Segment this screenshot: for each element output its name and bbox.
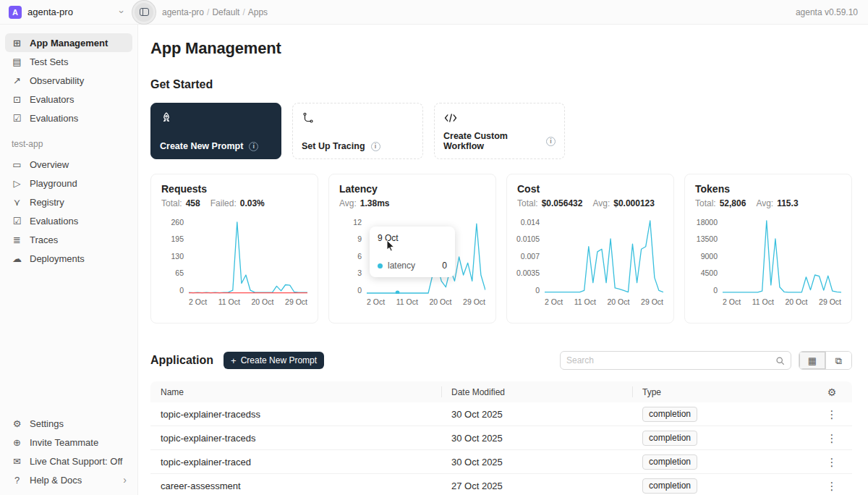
- x-axis-tick: 20 Oct: [252, 297, 274, 306]
- breadcrumb-item[interactable]: Default: [212, 7, 239, 17]
- x-axis-tick: 11 Oct: [218, 297, 240, 306]
- sidebar-item-observability[interactable]: ↗Observability: [5, 71, 132, 90]
- sidebar-item-traces[interactable]: ≣Traces: [5, 230, 132, 249]
- create-button-label: Create New Prompt: [241, 355, 317, 365]
- app-type-cell: completion: [632, 478, 812, 494]
- workspace-avatar: A: [9, 6, 22, 19]
- table-row[interactable]: topic-explainer-traceds30 Oct 2025comple…: [150, 426, 852, 450]
- metric-stat: Failed:0.03%: [210, 198, 265, 208]
- sidebar-toggle-button[interactable]: [140, 8, 149, 16]
- sidebar-item-invite-teammate[interactable]: ⊕Invite Teammate: [5, 433, 132, 452]
- sidebar-item-evaluations[interactable]: ☑Evaluations: [5, 211, 132, 230]
- sidebar-item-help-docs[interactable]: ?Help & Docs›: [5, 470, 132, 489]
- search-icon[interactable]: [775, 356, 785, 365]
- sidebar-item-evaluations[interactable]: ☑Evaluations: [5, 109, 132, 127]
- get-started-card-create-custom-workflow[interactable]: Create Custom Workflowi: [434, 103, 565, 159]
- chart-plot[interactable]: [723, 219, 841, 294]
- x-axis-tick: 2 Oct: [545, 297, 563, 306]
- chart-plot[interactable]: [545, 219, 663, 294]
- breadcrumb-item[interactable]: agenta-pro: [162, 7, 204, 17]
- create-new-prompt-button[interactable]: + Create New Prompt: [224, 352, 324, 369]
- card-view-button[interactable]: ⧉: [825, 352, 851, 369]
- get-started-cards: Create New PromptiSet Up TracingiCreate …: [150, 103, 852, 159]
- search-input[interactable]: [566, 355, 775, 365]
- metric-stat: Avg:$0.000123: [592, 198, 655, 208]
- sidebar-footer-nav: ⚙Settings⊕Invite Teammate✉Live Chat Supp…: [5, 414, 132, 489]
- row-menu-button[interactable]: ⋮: [822, 457, 842, 468]
- table-row[interactable]: topic-explainer-tracedss30 Oct 2025compl…: [150, 402, 852, 426]
- sidebar-item-playground[interactable]: ▷Playground: [5, 174, 132, 192]
- metric-title: Tokens: [695, 183, 841, 195]
- y-axis-tick: 260: [171, 219, 184, 227]
- deployments-icon: ☁: [11, 254, 23, 263]
- column-header-date-modified[interactable]: Date Modified: [441, 381, 632, 402]
- metric-title: Latency: [339, 183, 485, 195]
- table-settings-icon[interactable]: ⚙: [827, 387, 837, 397]
- sidebar-item-registry[interactable]: ⋎Registry: [5, 192, 132, 211]
- get-started-card-set-up-tracing[interactable]: Set Up Tracingi: [292, 103, 423, 159]
- sidebar-item-overview[interactable]: ▭Overview: [5, 155, 132, 174]
- sidebar-item-test-sets[interactable]: ▤Test Sets: [5, 52, 132, 71]
- row-menu-button[interactable]: ⋮: [822, 409, 842, 420]
- metric-stats: Total:52,806Avg:115.3: [695, 198, 841, 208]
- table-row[interactable]: topic-explainer-traced30 Oct 2025complet…: [150, 450, 852, 474]
- sidebar-item-deployments[interactable]: ☁Deployments: [5, 249, 132, 268]
- breadcrumb-item[interactable]: Apps: [248, 7, 268, 17]
- get-started-card-label: Set Up Tracing: [302, 141, 365, 151]
- column-header-name[interactable]: Name: [150, 387, 441, 397]
- get-started-card-label-row: Set Up Tracingi: [302, 141, 414, 151]
- sidebar-item-app-management[interactable]: ⊞App Management: [5, 33, 132, 52]
- x-axis-tick: 11 Oct: [752, 297, 774, 306]
- y-axis-labels: 1800013500900045000: [695, 219, 723, 294]
- info-icon[interactable]: i: [371, 142, 380, 151]
- y-axis-tick: 0: [535, 287, 540, 295]
- stat-value: 115.3: [777, 198, 798, 208]
- row-actions-cell: ⋮: [812, 457, 852, 468]
- breadcrumb-separator: /: [242, 7, 244, 17]
- metric-title: Requests: [161, 183, 307, 195]
- tooltip-series-dot: [378, 263, 383, 268]
- app-date-modified: 27 Oct 2025: [441, 481, 632, 491]
- chevron-right-icon: ›: [123, 475, 127, 485]
- table-header: Name Date Modified Type ⚙: [150, 381, 852, 402]
- row-menu-button[interactable]: ⋮: [822, 481, 842, 491]
- evaluations-icon: ☑: [11, 114, 23, 123]
- row-menu-button[interactable]: ⋮: [822, 433, 842, 444]
- sidebar-item-evaluators[interactable]: ⊡Evaluators: [5, 90, 132, 109]
- stat-label: Total:: [517, 198, 538, 208]
- info-icon[interactable]: i: [546, 137, 556, 146]
- y-axis-tick: 4500: [701, 269, 718, 277]
- y-axis-tick: 9: [357, 235, 362, 243]
- chart-plot[interactable]: [189, 219, 307, 294]
- get-started-card-create-new-prompt[interactable]: Create New Prompti: [150, 103, 281, 159]
- stat-value: 52,806: [720, 198, 746, 208]
- app-type-cell: completion: [632, 431, 812, 446]
- table-view-button[interactable]: ▦: [799, 352, 825, 369]
- y-axis-labels: 129630: [339, 219, 367, 294]
- rocket-icon: [160, 111, 272, 125]
- sidebar-item-label: Registry: [30, 197, 64, 208]
- y-axis-tick: 195: [171, 235, 184, 243]
- app-management-icon: ⊞: [11, 38, 23, 48]
- app-type-badge: completion: [642, 407, 697, 422]
- info-icon[interactable]: i: [249, 142, 258, 151]
- table-row[interactable]: career-assessment27 Oct 2025completion⋮: [150, 474, 852, 495]
- stat-label: Avg:: [592, 198, 610, 208]
- tracing-icon: [302, 111, 414, 125]
- column-header-type[interactable]: Type: [632, 381, 812, 402]
- sidebar-item-label: Observability: [30, 75, 84, 86]
- evaluators-icon: ⊡: [11, 95, 23, 104]
- y-axis-labels: 260195130650: [161, 219, 189, 294]
- app-type-badge: completion: [642, 431, 697, 446]
- sidebar-item-live-chat-support-off[interactable]: ✉Live Chat Support: Off: [5, 452, 132, 470]
- workspace-selector[interactable]: A agenta-pro ›: [0, 6, 132, 19]
- row-actions-cell: ⋮: [812, 409, 852, 420]
- get-started-heading: Get Started: [150, 78, 852, 91]
- breadcrumb: agenta-pro/Default/Apps: [162, 7, 268, 17]
- sidebar-item-settings[interactable]: ⚙Settings: [5, 414, 132, 433]
- y-axis-tick: 0.0035: [516, 269, 540, 277]
- y-axis-tick: 0.0105: [516, 235, 540, 243]
- metric-stat: Total:458: [161, 198, 200, 208]
- registry-icon: ⋎: [11, 198, 23, 207]
- table-view-icon: ▦: [808, 356, 817, 365]
